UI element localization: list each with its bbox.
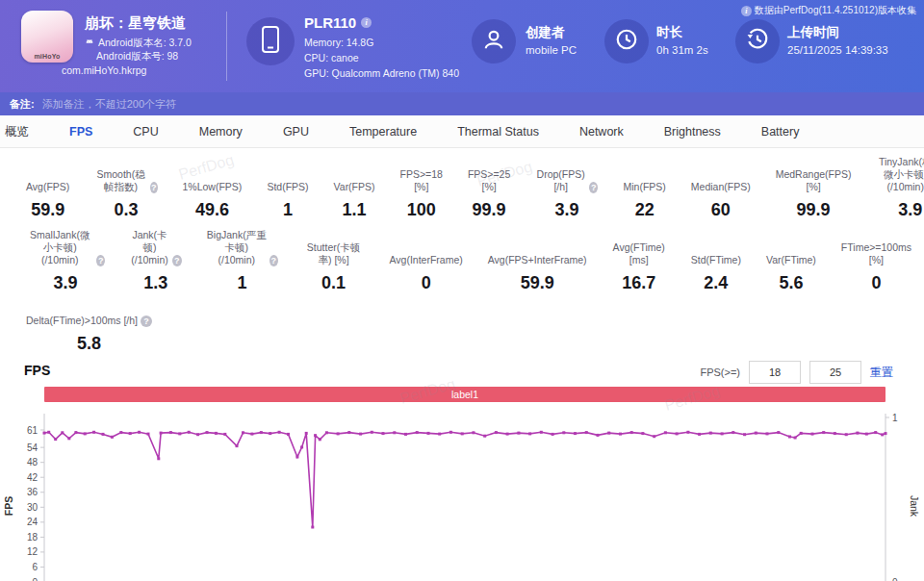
metric: Avg(FTime) [ms]16.7 bbox=[600, 241, 679, 293]
fps-point bbox=[585, 431, 588, 434]
fps-point bbox=[472, 431, 475, 434]
fps-point bbox=[709, 432, 712, 435]
tab-network[interactable]: Network bbox=[559, 116, 644, 147]
note-bar: 备注: bbox=[0, 92, 924, 115]
metric-value: 22 bbox=[635, 200, 654, 220]
fps-point bbox=[169, 431, 172, 434]
help-icon[interactable]: ? bbox=[141, 316, 152, 327]
device-info-icon[interactable]: i bbox=[361, 17, 372, 28]
fps-point bbox=[721, 432, 724, 435]
fps-point bbox=[506, 433, 509, 436]
metric-label: Std(FTime) bbox=[691, 241, 741, 266]
metric-value: 99.9 bbox=[473, 200, 506, 220]
fps-point bbox=[404, 433, 407, 436]
metric-value: 49.6 bbox=[195, 200, 229, 220]
android-version: Android版本名: 3.7.0 bbox=[98, 37, 192, 50]
fps-point bbox=[47, 431, 50, 434]
fps-section: FPS FPS(>=) 重置 label1 061218243036424854… bbox=[0, 363, 924, 581]
tab-memory[interactable]: Memory bbox=[179, 116, 263, 147]
y-tick-label: 48 bbox=[27, 457, 38, 467]
help-icon[interactable]: ? bbox=[150, 182, 158, 193]
clock-icon bbox=[615, 28, 638, 55]
fps-point bbox=[84, 432, 87, 435]
y-tick-label: 36 bbox=[27, 487, 38, 497]
y-tick-label: 30 bbox=[27, 502, 38, 513]
fps-point bbox=[483, 435, 486, 438]
upload-label: 上传时间 bbox=[787, 24, 839, 41]
fps-threshold-input-1[interactable] bbox=[749, 361, 801, 384]
device-cpu: CPU: canoe bbox=[304, 52, 359, 63]
tab-thermal-status[interactable]: Thermal Status bbox=[437, 116, 559, 147]
fps-point bbox=[61, 431, 64, 434]
fps-point bbox=[359, 433, 362, 436]
tab-battery[interactable]: Battery bbox=[741, 116, 820, 147]
fps-point bbox=[287, 433, 290, 436]
tab-cpu[interactable]: CPU bbox=[113, 116, 178, 147]
metric: FPS>=18 [%]100 bbox=[388, 168, 455, 220]
note-label: 备注: bbox=[10, 97, 35, 112]
y-tick-label: 18 bbox=[27, 532, 38, 543]
metric-label: Avg(FTime) [ms] bbox=[612, 241, 666, 266]
metric-row: Avg(FPS)59.9Smooth(稳帧指数)?0.31%Low(FPS)49… bbox=[13, 156, 924, 220]
metric-label: Var(FTime) bbox=[766, 241, 816, 266]
y-tick-label: 61 bbox=[27, 425, 38, 436]
y-tick-label: 0 bbox=[32, 577, 38, 581]
metric-label: Drop(FPS) [/h]? bbox=[535, 168, 598, 193]
fps-point bbox=[874, 431, 877, 434]
fps-point bbox=[54, 438, 57, 441]
creator-label: 创建者 bbox=[526, 24, 565, 41]
help-icon[interactable]: ? bbox=[270, 255, 278, 266]
tab-fps[interactable]: FPS bbox=[49, 116, 113, 147]
reset-button[interactable]: 重置 bbox=[870, 365, 893, 381]
fps-point bbox=[382, 432, 385, 435]
device-memory: Memory: 14.8G bbox=[304, 37, 373, 48]
fps-point bbox=[881, 433, 884, 436]
fps-point bbox=[300, 445, 303, 448]
fps-point bbox=[641, 432, 644, 435]
fps-point bbox=[461, 432, 464, 435]
fps-point bbox=[314, 434, 317, 437]
tab-overview[interactable]: 概览 bbox=[0, 116, 49, 147]
help-icon[interactable]: ? bbox=[172, 255, 182, 266]
metric: Avg(FPS)59.9 bbox=[13, 168, 82, 220]
metric-label: MedRange(FPS)[%] bbox=[776, 168, 852, 193]
app-title: 崩坏：星穹铁道 bbox=[85, 14, 186, 33]
tab-brightness[interactable]: Brightness bbox=[644, 116, 741, 147]
fps-point bbox=[755, 432, 757, 435]
y-axis-title: FPS bbox=[3, 496, 14, 516]
tab-temperature[interactable]: Temperature bbox=[329, 116, 437, 147]
tab-bar: 概览FPSCPUMemoryGPUTemperatureThermal Stat… bbox=[0, 115, 924, 148]
fps-point bbox=[540, 431, 543, 434]
android-build: Android版本号: 98 bbox=[96, 50, 178, 62]
fps-point bbox=[157, 457, 160, 460]
fps-point bbox=[834, 432, 836, 435]
fps-threshold-input-2[interactable] bbox=[809, 361, 861, 384]
upload-value: 25/11/2025 14:39:33 bbox=[787, 44, 888, 56]
tab-gpu[interactable]: GPU bbox=[263, 116, 329, 147]
fps-point bbox=[607, 432, 610, 435]
fps-point bbox=[676, 432, 679, 435]
metric-value: 1.3 bbox=[143, 273, 167, 293]
metric-label: Delta(FTime)>100ms [/h]? bbox=[26, 302, 152, 327]
metric-value: 99.9 bbox=[797, 200, 831, 220]
metric: Avg(InterFrame)0 bbox=[377, 241, 475, 293]
metric-label: Jank(卡顿) (/10min)? bbox=[130, 229, 182, 266]
help-icon[interactable]: ? bbox=[96, 255, 105, 266]
fps-point bbox=[427, 432, 430, 435]
fps-point bbox=[111, 436, 114, 439]
fps-point bbox=[305, 432, 308, 435]
fps-point bbox=[206, 431, 209, 434]
metric-value: 59.9 bbox=[521, 273, 554, 293]
header-divider bbox=[226, 12, 227, 81]
metric-value: 3.9 bbox=[898, 200, 922, 220]
fps-point bbox=[250, 433, 253, 436]
metric: Avg(FPS+InterFrame)59.9 bbox=[475, 241, 600, 293]
fps-point bbox=[856, 432, 859, 435]
fps-point bbox=[196, 433, 199, 436]
y-tick-label: 6 bbox=[32, 562, 38, 572]
note-input[interactable] bbox=[40, 97, 449, 111]
device-name: PLR110 bbox=[304, 14, 356, 31]
fps-point bbox=[686, 431, 689, 434]
help-icon[interactable]: ? bbox=[589, 182, 598, 193]
fps-point bbox=[260, 431, 263, 434]
